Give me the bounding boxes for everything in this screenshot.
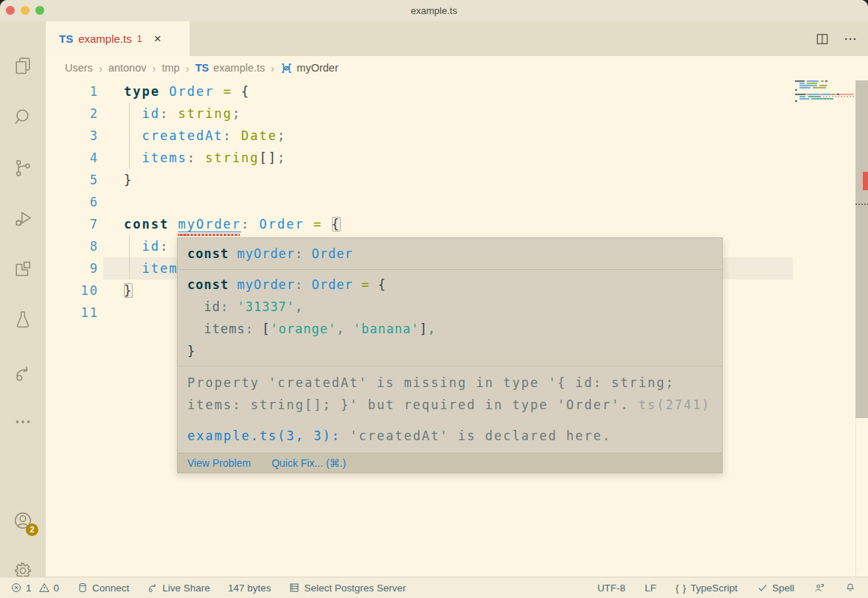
code-token: string xyxy=(205,150,259,165)
spell-status[interactable]: Spell xyxy=(757,582,794,594)
feedback-status[interactable] xyxy=(813,582,825,594)
code-token: = xyxy=(305,217,332,232)
minimap-token xyxy=(795,100,797,102)
hovered-symbol-myorder[interactable]: myOrder xyxy=(178,217,241,232)
code-text: createdAt: Date; xyxy=(118,125,286,147)
code-token: type xyxy=(124,84,160,99)
minimap-line xyxy=(795,80,854,82)
connect-status[interactable]: Connect xyxy=(77,582,129,594)
code-token: id xyxy=(142,106,159,121)
breadcrumb-separator: › xyxy=(99,62,103,74)
overview-ruler-error-marker xyxy=(863,172,868,190)
search-icon[interactable] xyxy=(13,107,33,128)
vscode-window: example.ts xyxy=(0,0,868,598)
code-token xyxy=(229,246,237,261)
code-token: { xyxy=(332,217,341,232)
editor-line-1[interactable]: 1type Order = { xyxy=(46,80,868,102)
overview-ruler-cursor-marker xyxy=(855,204,868,205)
split-editor-icon[interactable] xyxy=(815,32,830,46)
live-share-icon[interactable] xyxy=(13,363,33,383)
code-token: , xyxy=(428,321,436,336)
breadcrumb: Users › antonov › tmp › TS example.ts › … xyxy=(46,56,868,80)
code-token: string xyxy=(178,106,232,121)
live-share-status[interactable]: Live Share xyxy=(147,582,210,594)
spell-label: Spell xyxy=(772,583,794,594)
code-token: Order xyxy=(169,84,214,99)
typescript-file-icon: TS xyxy=(195,62,209,74)
editor-line-6[interactable]: 6 xyxy=(46,191,868,213)
file-size-label: 147 bytes xyxy=(228,583,271,594)
editor-scrollbar[interactable] xyxy=(855,80,868,418)
line-number: 11 xyxy=(46,302,118,324)
code-token: } xyxy=(187,344,195,358)
minimap[interactable] xyxy=(795,80,855,110)
tab-example-ts[interactable]: TS example.ts 1 × xyxy=(46,21,190,56)
postgres-label: Select Postgres Server xyxy=(304,583,406,594)
view-problem-button[interactable]: View Problem xyxy=(187,457,251,469)
editor-line-2[interactable]: 2 id: string; xyxy=(46,102,868,125)
code-token: id xyxy=(142,239,159,254)
language-status[interactable]: { } TypeScript xyxy=(676,583,737,594)
minimap-token xyxy=(799,85,817,86)
breadcrumb-file[interactable]: example.ts xyxy=(213,62,265,74)
editor-line-7[interactable]: 7const myOrder: Order = { xyxy=(46,213,868,235)
check-icon xyxy=(757,582,768,594)
breadcrumb-antonov[interactable]: antonov xyxy=(108,62,147,74)
editor-line-3[interactable]: 3 createdAt: Date; xyxy=(46,125,868,147)
declared-location-link[interactable]: example.ts(3, 3): xyxy=(187,428,341,443)
file-size-status[interactable]: 147 bytes xyxy=(228,583,271,594)
encoding-status[interactable]: UTF-8 xyxy=(597,583,625,594)
code-token: : xyxy=(221,299,237,314)
declared-text: 'createdAt' is declared here. xyxy=(341,428,611,443)
problems-status[interactable]: 1 0 xyxy=(10,582,59,594)
run-and-debug-icon[interactable] xyxy=(13,208,33,229)
breadcrumb-symbol[interactable]: myOrder xyxy=(296,62,338,74)
source-control-icon[interactable] xyxy=(13,158,33,178)
minimap-token xyxy=(822,94,830,95)
line-number: 1 xyxy=(46,80,118,102)
minimap-token xyxy=(837,94,839,95)
more-actions-icon[interactable] xyxy=(13,411,33,432)
window-title: example.ts xyxy=(0,0,868,21)
code-text: items: string[]; xyxy=(118,147,286,169)
hover-code-line: items: ['orange', 'banana'], xyxy=(187,318,712,340)
code-token xyxy=(169,217,178,232)
minimap-token xyxy=(795,94,805,95)
postgres-status[interactable]: Select Postgres Server xyxy=(288,582,406,594)
minimap-token xyxy=(811,98,833,100)
indent-guide xyxy=(129,257,130,279)
extensions-icon[interactable] xyxy=(13,260,33,280)
testing-icon[interactable] xyxy=(13,309,33,330)
hover-actions: View Problem Quick Fix... (⌘.) xyxy=(178,453,722,473)
code-token: = xyxy=(214,84,241,99)
line-number: 8 xyxy=(46,235,118,257)
minimap-line xyxy=(795,89,854,91)
code-token: , xyxy=(295,299,303,314)
eol-status[interactable]: LF xyxy=(645,583,656,594)
editor-line-5[interactable]: 5} xyxy=(46,169,868,191)
code-token: = xyxy=(353,277,378,292)
explorer-icon[interactable] xyxy=(13,55,33,76)
indent-guide xyxy=(129,235,130,257)
notifications-status[interactable] xyxy=(844,582,856,594)
code-token xyxy=(160,84,169,99)
code-token: myOrder xyxy=(237,246,295,261)
code-token xyxy=(232,128,241,143)
code-token: createdAt xyxy=(142,128,223,143)
connect-label: Connect xyxy=(92,583,129,594)
code-token: Order xyxy=(312,277,353,292)
error-message: Property 'createdAt' is missing in type … xyxy=(187,375,675,412)
code-token: : xyxy=(295,246,303,261)
breadcrumb-separator: › xyxy=(271,62,274,74)
hover-signature: const myOrder: Order xyxy=(178,238,722,270)
breadcrumb-tmp[interactable]: tmp xyxy=(162,62,179,74)
hover-diagnostic: Property 'createdAt' is missing in type … xyxy=(178,366,722,453)
code-text: } xyxy=(118,169,133,191)
tab-close-icon[interactable]: × xyxy=(154,32,162,46)
breadcrumb-users[interactable]: Users xyxy=(65,62,93,74)
quick-fix-button[interactable]: Quick Fix... (⌘.) xyxy=(271,457,346,469)
code-token: Order xyxy=(312,246,353,261)
minimap-token xyxy=(819,85,827,86)
editor-line-4[interactable]: 4 items: string[]; xyxy=(46,147,868,169)
editor-more-actions-icon[interactable] xyxy=(843,32,858,46)
